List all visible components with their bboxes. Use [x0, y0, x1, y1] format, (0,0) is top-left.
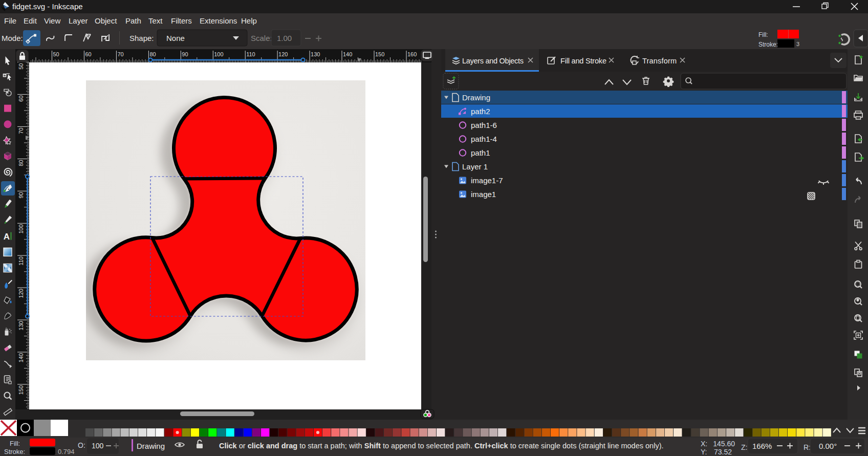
svg-text:Click or click and drag to sta: Click or click and drag to start a path;… — [219, 442, 663, 450]
svg-text:Y:: Y: — [701, 448, 707, 456]
svg-text:73.52: 73.52 — [714, 448, 732, 456]
svg-text:166%: 166% — [752, 442, 772, 450]
svg-text:Stroke:: Stroke: — [4, 448, 25, 455]
svg-text:Fill:: Fill: — [10, 440, 20, 447]
svg-text:X:: X: — [701, 440, 707, 448]
svg-text:0.794: 0.794 — [58, 448, 75, 455]
svg-text:Drawing: Drawing — [137, 442, 165, 450]
svg-text:Z:: Z: — [741, 443, 747, 451]
svg-text:O:: O: — [78, 441, 85, 449]
svg-text:0.00°: 0.00° — [819, 442, 837, 450]
svg-text:R:: R: — [804, 443, 811, 451]
svg-text:100: 100 — [92, 442, 104, 450]
svg-text:145.60: 145.60 — [713, 440, 735, 448]
